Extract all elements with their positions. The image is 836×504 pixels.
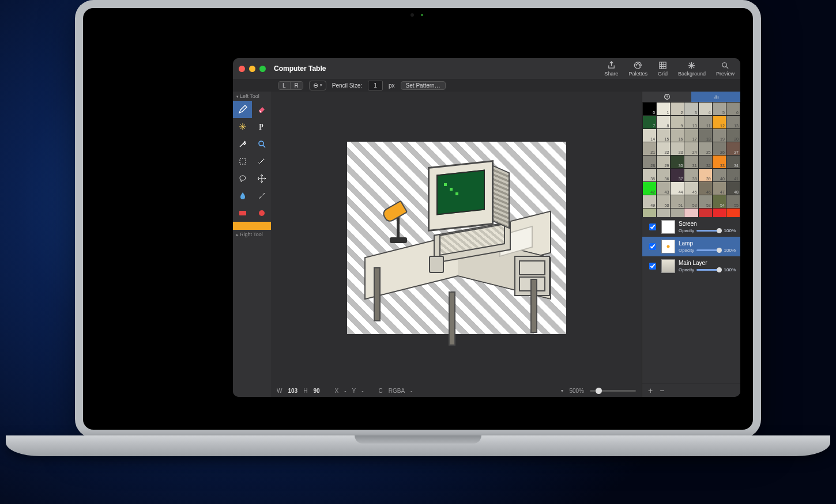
opacity-slider[interactable] <box>696 249 721 251</box>
layer-row-0[interactable]: ScreenOpacity100% <box>642 217 740 237</box>
active-color-swatch[interactable] <box>233 222 271 230</box>
brush-shape-dropdown[interactable] <box>309 81 326 90</box>
palette-swatch-36[interactable]: 36 <box>657 169 670 181</box>
palette-swatch-59[interactable]: 59 <box>684 209 698 217</box>
move-tool[interactable] <box>252 170 271 187</box>
palette-swatch-31[interactable]: 31 <box>684 156 698 168</box>
palette-swatch-46[interactable]: 46 <box>699 182 712 195</box>
palette-swatch-57[interactable]: 57 <box>657 209 670 217</box>
palette-swatch-1[interactable]: 1 <box>657 103 670 115</box>
palette-swatch-19[interactable]: 19 <box>713 129 726 142</box>
seg-right[interactable]: R <box>291 82 303 89</box>
add-layer-button[interactable]: + <box>648 386 653 395</box>
palette-swatch-38[interactable]: 38 <box>684 169 698 181</box>
palette-swatch-2[interactable]: 2 <box>671 103 684 115</box>
palette-swatch-62[interactable]: 62 <box>726 209 740 217</box>
palette-swatch-52[interactable]: 52 <box>684 195 698 208</box>
palette-swatch-40[interactable]: 40 <box>713 169 726 181</box>
palettes-button[interactable]: Palettes <box>628 61 647 77</box>
right-tool-header[interactable]: Right Tool <box>233 230 271 239</box>
palette-swatch-3[interactable]: 3 <box>684 103 698 115</box>
lasso-tool[interactable] <box>233 170 252 187</box>
palette-swatch-22[interactable]: 22 <box>657 142 670 155</box>
palette-swatch-9[interactable]: 9 <box>671 116 684 128</box>
palette-swatch-39[interactable]: 39 <box>699 169 712 181</box>
palette-swatch-53[interactable]: 53 <box>699 195 712 208</box>
palette-swatch-43[interactable]: 43 <box>657 182 670 195</box>
zoom-tool[interactable] <box>252 135 271 153</box>
palette-swatch-17[interactable]: 17 <box>684 129 698 142</box>
blur-tool[interactable] <box>233 187 252 204</box>
palette-swatch-26[interactable]: 26 <box>713 142 726 155</box>
palette-swatch-20[interactable]: 20 <box>726 129 740 142</box>
ellipse-tool[interactable] <box>252 204 271 222</box>
palette-swatch-13[interactable]: 13 <box>726 116 740 128</box>
palette-swatch-23[interactable]: 23 <box>671 142 684 155</box>
palette-swatch-29[interactable]: 29 <box>657 156 670 168</box>
zoom-slider[interactable] <box>590 390 636 392</box>
eyedropper-tool[interactable] <box>233 135 252 153</box>
palette-swatch-8[interactable]: 8 <box>657 116 670 128</box>
palette-swatch-0[interactable]: 0 <box>643 103 656 115</box>
palette-swatch-41[interactable]: 41 <box>726 169 740 181</box>
palette-swatch-7[interactable]: 7 <box>643 116 656 128</box>
palette-swatch-48[interactable]: 48 <box>726 182 740 195</box>
palette-swatch-6[interactable]: 6 <box>726 103 740 115</box>
palette-swatch-54[interactable]: 54 <box>713 195 726 208</box>
palette-swatch-50[interactable]: 50 <box>657 195 670 208</box>
palette-swatch-56[interactable]: 56 <box>643 209 656 217</box>
opacity-slider[interactable] <box>696 269 721 271</box>
highlight-tool[interactable] <box>233 118 252 135</box>
palette-swatch-55[interactable]: 55 <box>726 195 740 208</box>
background-button[interactable]: Background <box>678 61 706 77</box>
pencil-tool[interactable] <box>233 101 252 118</box>
tab-frequency[interactable] <box>691 92 740 102</box>
palette-swatch-27[interactable]: 27 <box>726 142 740 155</box>
palette-swatch-60[interactable]: 60 <box>699 209 712 217</box>
palette-swatch-28[interactable]: 28 <box>643 156 656 168</box>
palette-swatch-25[interactable]: 25 <box>699 142 712 155</box>
lr-segment[interactable]: L R <box>278 81 303 90</box>
canvas-viewport[interactable] <box>271 92 642 384</box>
palette-swatch-10[interactable]: 10 <box>684 116 698 128</box>
text-tool[interactable]: P <box>252 118 271 135</box>
palette-swatch-49[interactable]: 49 <box>643 195 656 208</box>
zoom-caret-icon[interactable]: ▾ <box>561 388 563 393</box>
palette-swatch-34[interactable]: 34 <box>726 156 740 168</box>
layer-visibility-checkbox[interactable] <box>649 223 656 230</box>
palette-swatch-32[interactable]: 32 <box>699 156 712 168</box>
layer-row-1[interactable]: LampOpacity100% <box>642 237 740 256</box>
palette-swatch-15[interactable]: 15 <box>657 129 670 142</box>
palette-swatch-51[interactable]: 51 <box>671 195 684 208</box>
palette-swatch-18[interactable]: 18 <box>699 129 712 142</box>
opacity-slider[interactable] <box>696 230 721 232</box>
rect-tool[interactable] <box>233 204 252 222</box>
zoom-value[interactable]: 500% <box>569 388 584 394</box>
preview-button[interactable]: Preview <box>716 61 735 77</box>
palette-swatch-14[interactable]: 14 <box>643 129 656 142</box>
fullscreen-button[interactable] <box>259 66 266 72</box>
close-button[interactable] <box>239 66 245 72</box>
palette-swatch-37[interactable]: 37 <box>671 169 684 181</box>
palette-swatch-4[interactable]: 4 <box>699 103 712 115</box>
palette-swatch-21[interactable]: 21 <box>643 142 656 155</box>
palette-swatch-5[interactable]: 5 <box>713 103 726 115</box>
palette-swatch-24[interactable]: 24 <box>684 142 698 155</box>
remove-layer-button[interactable]: − <box>660 386 664 395</box>
pencil-size-input[interactable] <box>368 81 383 90</box>
marquee-tool[interactable] <box>233 153 252 170</box>
palette-swatch-47[interactable]: 47 <box>713 182 726 195</box>
left-tool-header[interactable]: Left Tool <box>233 92 271 101</box>
palette-swatch-35[interactable]: 35 <box>643 169 656 181</box>
palette-swatch-44[interactable]: 44 <box>671 182 684 195</box>
set-pattern-button[interactable]: Set Pattern… <box>401 81 446 90</box>
palette-swatch-12[interactable]: 12 <box>713 116 726 128</box>
palette-swatch-16[interactable]: 16 <box>671 129 684 142</box>
layer-visibility-checkbox[interactable] <box>649 263 656 270</box>
palette-swatch-42[interactable]: 42 <box>643 182 656 195</box>
eraser-tool[interactable] <box>252 101 271 118</box>
minimize-button[interactable] <box>249 66 255 72</box>
palette-swatch-30[interactable]: 30 <box>671 156 684 168</box>
palette-swatch-11[interactable]: 11 <box>699 116 712 128</box>
layer-visibility-checkbox[interactable] <box>649 243 656 250</box>
